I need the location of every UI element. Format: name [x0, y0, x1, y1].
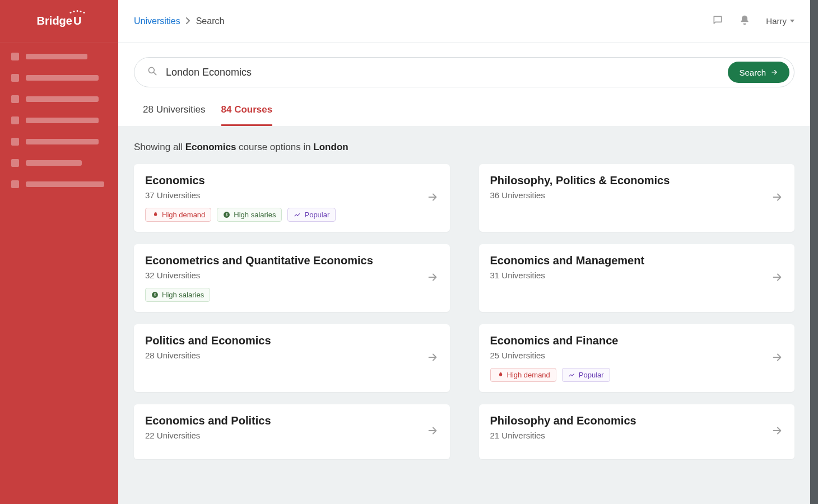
course-card[interactable]: Economics and Finance25 UniversitiesHigh…	[479, 324, 795, 392]
course-title: Philosophy, Politics & Economics	[490, 174, 771, 187]
course-sub: 36 Universities	[490, 190, 771, 200]
badge-row: High demandPopular	[490, 368, 771, 382]
arrow-right-icon	[426, 191, 439, 206]
nav-placeholder-label	[26, 54, 87, 59]
sidebar-item[interactable]	[11, 180, 107, 188]
nav-placeholder-icon	[11, 116, 19, 124]
results-heading: Showing all Economics course options in …	[134, 142, 794, 153]
badge-high-salaries: $High salaries	[145, 288, 210, 302]
main-area: Universities Search Harry	[118, 0, 818, 504]
course-title: Philosophy and Economics	[490, 414, 771, 427]
results-area: Showing all Economics course options in …	[118, 126, 810, 504]
course-title: Economics and Politics	[145, 414, 426, 427]
course-sub: 32 Universities	[145, 270, 426, 280]
trend-icon	[294, 211, 301, 218]
arrow-right-icon	[770, 68, 778, 76]
sidebar-item[interactable]	[11, 53, 107, 60]
badge-high-demand: High demand	[145, 208, 211, 222]
course-sub: 21 Universities	[490, 431, 771, 440]
course-sub: 28 Universities	[145, 351, 426, 360]
course-card[interactable]: Philosophy and Economics21 Universities	[479, 404, 795, 459]
topbar-actions: Harry	[712, 15, 794, 28]
sidebar-item[interactable]	[11, 138, 107, 146]
sidebar: BridgeU	[0, 0, 118, 504]
user-name: Harry	[766, 16, 787, 26]
course-card[interactable]: Economics and Management31 Universities	[479, 244, 795, 312]
tabs: 28 Universities 84 Courses	[134, 104, 794, 126]
tab-universities[interactable]: 28 Universities	[143, 104, 206, 126]
course-title: Econometrics and Quantitative Economics	[145, 254, 426, 267]
nav-placeholder-label	[26, 139, 99, 144]
search-button-label: Search	[739, 68, 766, 77]
badge-row: $High salaries	[145, 288, 426, 302]
svg-text:$: $	[226, 213, 228, 217]
course-sub: 37 Universities	[145, 190, 426, 200]
dollar-icon: $	[151, 291, 159, 298]
nav-placeholder-label	[26, 75, 99, 81]
sidebar-nav	[0, 43, 118, 198]
arrow-right-icon	[426, 271, 439, 286]
breadcrumb: Universities Search	[134, 16, 224, 26]
arrow-right-icon	[771, 271, 783, 286]
caret-down-icon	[790, 20, 794, 22]
nav-placeholder-icon	[11, 74, 19, 82]
trend-icon	[568, 371, 575, 379]
badge-high-demand: High demand	[490, 368, 556, 382]
badge-high-salaries: $High salaries	[217, 208, 282, 222]
badge-popular: Popular	[287, 208, 336, 222]
course-title: Economics and Finance	[490, 334, 771, 347]
course-card[interactable]: Econometrics and Quantitative Economics3…	[134, 244, 450, 312]
nav-placeholder-icon	[11, 53, 19, 60]
nav-placeholder-label	[26, 96, 99, 102]
badge-popular: Popular	[562, 368, 610, 382]
course-sub: 25 Universities	[490, 351, 771, 360]
topbar: Universities Search Harry	[118, 0, 810, 43]
course-title: Economics	[145, 174, 426, 187]
arrow-right-icon	[771, 351, 783, 366]
sidebar-item[interactable]	[11, 74, 107, 82]
course-grid: Economics37 UniversitiesHigh demand$High…	[134, 164, 794, 459]
course-card[interactable]: Economics and Politics22 Universities	[134, 404, 450, 459]
nav-placeholder-icon	[11, 159, 19, 167]
course-title: Economics and Management	[490, 254, 771, 267]
search-section: Search 28 Universities 84 Courses	[118, 43, 810, 126]
dollar-icon: $	[223, 211, 230, 218]
nav-placeholder-label	[26, 181, 104, 187]
fire-icon	[151, 211, 159, 218]
chat-icon[interactable]	[712, 15, 723, 28]
searchbar: Search	[134, 57, 794, 87]
user-menu[interactable]: Harry	[766, 16, 794, 26]
logo: BridgeU	[37, 15, 82, 27]
badge-row: High demand$High salariesPopular	[145, 208, 426, 222]
search-input[interactable]	[166, 67, 720, 78]
fire-icon	[496, 371, 504, 379]
course-card[interactable]: Philosophy, Politics & Economics36 Unive…	[479, 164, 795, 232]
nav-placeholder-icon	[11, 180, 19, 188]
bell-icon[interactable]	[739, 15, 750, 28]
arrow-right-icon	[426, 351, 439, 366]
search-icon	[147, 66, 158, 79]
nav-placeholder-icon	[11, 138, 19, 146]
course-sub: 31 Universities	[490, 270, 771, 280]
course-sub: 22 Universities	[145, 431, 426, 440]
arrow-right-icon	[771, 424, 783, 439]
svg-point-0	[148, 67, 154, 73]
course-card[interactable]: Politics and Economics28 Universities	[134, 324, 450, 392]
nav-placeholder-label	[26, 118, 99, 123]
tab-courses[interactable]: 84 Courses	[221, 104, 273, 126]
search-button[interactable]: Search	[728, 62, 789, 83]
arrow-right-icon	[426, 424, 439, 439]
sidebar-item[interactable]	[11, 159, 107, 167]
svg-text:$: $	[154, 293, 156, 297]
breadcrumb-current: Search	[196, 16, 225, 26]
sidebar-item[interactable]	[11, 116, 107, 124]
nav-placeholder-label	[26, 160, 82, 166]
arrow-right-icon	[771, 191, 783, 206]
breadcrumb-root[interactable]: Universities	[134, 16, 180, 26]
course-card[interactable]: Economics37 UniversitiesHigh demand$High…	[134, 164, 450, 232]
chevron-right-icon	[186, 16, 190, 26]
logo-area: BridgeU	[0, 0, 118, 43]
sidebar-item[interactable]	[11, 95, 107, 103]
nav-placeholder-icon	[11, 95, 19, 103]
course-title: Politics and Economics	[145, 334, 426, 347]
